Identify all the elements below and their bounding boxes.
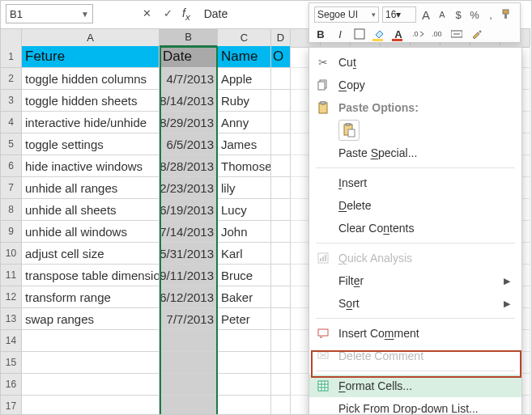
cell[interactable] — [218, 352, 271, 374]
cell[interactable]: O — [271, 46, 291, 68]
cell[interactable]: 8/29/2013 — [160, 112, 218, 133]
percent-icon[interactable]: % — [468, 8, 481, 21]
currency-icon[interactable]: $ — [452, 8, 465, 21]
ctx-insert-comment[interactable]: Insert Comment — [309, 322, 521, 345]
row-header[interactable]: 5 — [1, 133, 22, 155]
ctx-cut[interactable]: ✂ Cut — [309, 51, 521, 74]
cell[interactable]: toggle hidden columns — [22, 68, 160, 90]
row-header[interactable]: 16 — [1, 374, 22, 396]
cell[interactable]: toggle hidden sheets — [22, 90, 160, 112]
cell[interactable] — [218, 330, 271, 352]
col-header-b[interactable]: B — [160, 29, 218, 47]
row-header[interactable]: 1 — [1, 46, 22, 68]
fill-color-button[interactable] — [372, 28, 385, 40]
cell[interactable] — [271, 352, 291, 374]
cell[interactable] — [22, 352, 160, 374]
brush-icon[interactable] — [470, 28, 483, 40]
italic-button[interactable]: I — [334, 28, 347, 40]
cell[interactable]: 7/14/2013 — [160, 221, 218, 243]
border-button[interactable] — [353, 28, 366, 40]
chevron-down-icon[interactable]: ▾ — [396, 9, 401, 20]
cell[interactable]: 5/31/2013 — [160, 243, 218, 265]
cell[interactable]: Name — [218, 46, 271, 68]
merge-center-icon[interactable] — [450, 28, 463, 40]
col-header-a[interactable]: A — [22, 29, 160, 47]
row-header[interactable]: 7 — [1, 177, 22, 199]
row-header[interactable]: 2 — [1, 68, 22, 90]
ctx-copy[interactable]: Copy — [309, 74, 521, 96]
cell[interactable] — [271, 133, 291, 155]
ctx-sort[interactable]: Sort▶ — [309, 292, 521, 315]
cell[interactable]: Ruby — [218, 90, 271, 112]
cell[interactable] — [271, 155, 291, 177]
cell[interactable]: John — [218, 221, 271, 243]
cell[interactable] — [271, 199, 291, 221]
cancel-formula-icon[interactable]: ✕ — [140, 7, 153, 20]
row-header[interactable]: 8 — [1, 199, 22, 221]
col-header-c[interactable]: C — [218, 29, 271, 47]
cell[interactable] — [271, 243, 291, 265]
row-header[interactable]: 13 — [1, 308, 22, 330]
col-header-d[interactable]: D — [271, 29, 291, 47]
chevron-down-icon[interactable]: ▼ — [81, 10, 89, 19]
cell[interactable]: James — [218, 133, 271, 155]
cell[interactable]: Anny — [218, 112, 271, 133]
cell[interactable]: interactive hide/unhide — [22, 112, 160, 133]
cell[interactable] — [271, 112, 291, 133]
chevron-down-icon[interactable]: ▾ — [372, 11, 376, 19]
cell[interactable]: swap ranges — [22, 308, 160, 330]
cell[interactable]: Bruce — [218, 265, 271, 286]
cell[interactable] — [160, 396, 218, 415]
row-header[interactable]: 14 — [1, 330, 22, 352]
cell[interactable]: Karl — [218, 243, 271, 265]
row-header[interactable]: 17 — [1, 396, 22, 415]
cell[interactable] — [271, 265, 291, 286]
cell[interactable]: transform range — [22, 286, 160, 308]
cell[interactable]: 4/7/2013 — [160, 68, 218, 90]
cell[interactable] — [271, 308, 291, 330]
cell[interactable]: 6/5/2013 — [160, 133, 218, 155]
decrease-decimal-icon[interactable]: .0 — [411, 28, 424, 40]
cell[interactable]: 9/11/2013 — [160, 265, 218, 286]
increase-decimal-icon[interactable]: .00 — [431, 28, 444, 40]
cell[interactable]: toggle settings — [22, 133, 160, 155]
formula-bar-input[interactable]: Date — [198, 6, 234, 21]
paste-default-button[interactable] — [338, 120, 360, 141]
cell[interactable]: transpose table dimensions — [22, 265, 160, 286]
cell[interactable]: Lucy — [218, 199, 271, 221]
accept-formula-icon[interactable]: ✓ — [161, 7, 174, 20]
cell[interactable] — [22, 330, 160, 352]
cell[interactable] — [218, 396, 271, 415]
row-header[interactable]: 10 — [1, 243, 22, 265]
cell[interactable]: Peter — [218, 308, 271, 330]
cell[interactable]: 6/19/2013 — [160, 199, 218, 221]
cell[interactable] — [160, 374, 218, 396]
increase-font-icon[interactable]: A — [419, 8, 432, 21]
cell[interactable] — [271, 68, 291, 90]
cell[interactable]: Feture — [22, 46, 160, 68]
cell[interactable]: Baker — [218, 286, 271, 308]
cell[interactable]: unhide all ranges — [22, 177, 160, 199]
cell[interactable] — [22, 374, 160, 396]
ctx-insert[interactable]: Insert — [309, 172, 521, 194]
cell[interactable] — [271, 177, 291, 199]
cell[interactable] — [160, 330, 218, 352]
cell[interactable]: 8/28/2013 — [160, 155, 218, 177]
cell[interactable] — [271, 286, 291, 308]
ctx-paste-special[interactable]: Paste Special... — [309, 142, 521, 164]
row-header[interactable]: 11 — [1, 265, 22, 286]
font-color-button[interactable]: A — [392, 28, 405, 40]
font-size-select[interactable]: 16 ▾ — [382, 6, 416, 23]
cell[interactable] — [271, 90, 291, 112]
fx-icon[interactable]: fx — [182, 6, 190, 22]
cell[interactable] — [271, 330, 291, 352]
cell[interactable] — [271, 221, 291, 243]
ctx-filter[interactable]: Filter▶ — [309, 269, 521, 292]
cell[interactable] — [271, 374, 291, 396]
row-header[interactable]: 15 — [1, 352, 22, 374]
ctx-paste-default[interactable] — [309, 119, 521, 142]
ctx-clear-contents[interactable]: Clear Contents — [309, 217, 521, 239]
select-all-corner[interactable] — [1, 29, 22, 47]
cell[interactable]: adjust cell size — [22, 243, 160, 265]
cell[interactable]: 6/12/2013 — [160, 286, 218, 308]
